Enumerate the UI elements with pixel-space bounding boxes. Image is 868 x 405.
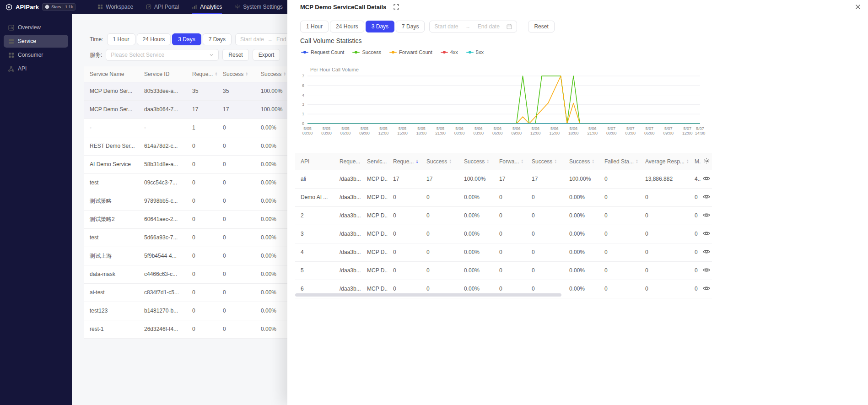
time-button-7-days[interactable]: 7 Days xyxy=(203,33,232,45)
github-stars-badge[interactable]: Stars 1.1k xyxy=(42,3,75,11)
svg-text:6: 6 xyxy=(302,83,304,88)
sort-carets-icon[interactable] xyxy=(554,159,557,164)
drawer-time-filter-row: 1 Hour24 Hours3 Days7 Days Start date En… xyxy=(300,21,555,32)
sort-carets-icon[interactable] xyxy=(686,159,689,164)
consumer-icon xyxy=(8,52,14,58)
time-button-3-days[interactable]: 3 Days xyxy=(172,33,201,45)
legend-request-count[interactable]: Request Count xyxy=(301,49,344,55)
sidebar-item-overview[interactable]: Overview xyxy=(4,21,68,34)
column-label: Service ID xyxy=(144,71,169,77)
column-header-failed-sta[interactable]: Failed Sta... xyxy=(599,153,640,170)
column-header-success[interactable]: Success xyxy=(421,153,458,170)
legend-forward-count[interactable]: Forward Count xyxy=(389,49,432,55)
column-header-reque[interactable]: Reque... xyxy=(187,66,217,82)
eye-icon[interactable] xyxy=(703,249,710,254)
table-cell: 0 xyxy=(217,247,255,265)
eye-icon[interactable] xyxy=(703,286,710,291)
close-icon[interactable] xyxy=(855,4,861,10)
horizontal-scrollbar-thumb[interactable] xyxy=(295,293,561,297)
table-cell: 0 xyxy=(388,261,421,280)
sort-carets-icon[interactable] xyxy=(415,159,418,164)
nav-item-api-portal[interactable]: API Portal xyxy=(140,0,185,14)
column-header-reque[interactable]: Reque... xyxy=(388,153,421,170)
drawer-date-range-picker[interactable]: Start date End date xyxy=(429,21,517,32)
reset-button[interactable]: Reset xyxy=(222,49,248,61)
table-cell: 0 xyxy=(494,188,526,206)
table-cell: 09cc54c3-7... xyxy=(139,173,187,192)
export-button[interactable]: Export xyxy=(253,49,280,61)
drawer-time-button-7-days[interactable]: 7 Days xyxy=(396,21,425,32)
sidebar-item-consumer[interactable]: Consumer xyxy=(4,49,68,61)
column-header-success[interactable]: Success xyxy=(564,153,599,170)
table-cell: 0 xyxy=(217,283,255,302)
column-header-success[interactable]: Success xyxy=(526,153,564,170)
sort-carets-icon[interactable] xyxy=(636,159,638,164)
caret-down-icon xyxy=(415,162,418,164)
eye-icon[interactable] xyxy=(703,231,710,236)
table-cell: 0.00% xyxy=(458,188,494,206)
eye-icon[interactable] xyxy=(703,176,710,181)
nav-item-workspace[interactable]: Workspace xyxy=(91,0,140,14)
table-cell: 测试策略2 xyxy=(84,210,139,228)
sort-carets-icon[interactable] xyxy=(245,72,248,76)
drawer-time-button-24-hours[interactable]: 24 Hours xyxy=(330,21,364,32)
column-settings[interactable] xyxy=(701,153,712,170)
legend-5xx[interactable]: 5xx xyxy=(466,49,484,55)
table-cell: /daa3b... xyxy=(334,170,361,188)
table-cell: 0.00% xyxy=(458,243,494,261)
sort-carets-icon[interactable] xyxy=(215,72,217,76)
sidebar-item-service[interactable]: Service xyxy=(4,35,68,48)
table-cell: 17 xyxy=(494,170,526,188)
nav-item-system-settings[interactable]: System Settings xyxy=(228,0,289,14)
column-header-success[interactable]: Success xyxy=(217,66,255,82)
gear-icon[interactable] xyxy=(704,158,710,164)
table-cell: 0 xyxy=(494,225,526,243)
table-cell: /daa3b... xyxy=(334,261,361,280)
table-cell: 0 xyxy=(217,137,255,155)
expand-icon[interactable] xyxy=(394,4,399,10)
table-cell: 0 xyxy=(217,210,255,228)
sort-carets-icon[interactable] xyxy=(486,159,489,164)
sort-carets-icon[interactable] xyxy=(592,159,594,164)
table-cell: 0.00% xyxy=(564,225,599,243)
time-button-24-hours[interactable]: 24 Hours xyxy=(137,33,171,45)
eye-icon[interactable] xyxy=(703,194,710,200)
github-icon xyxy=(45,5,49,9)
table-cell: 0 xyxy=(187,192,217,210)
sort-carets-icon[interactable] xyxy=(449,159,452,164)
stars-count: 1.1k xyxy=(65,5,73,9)
sidebar-item-label: Overview xyxy=(18,24,41,31)
nav-item-analytics[interactable]: Analytics xyxy=(185,0,228,14)
time-button-1-hour[interactable]: 1 Hour xyxy=(107,33,135,45)
column-label: Reque... xyxy=(340,158,360,165)
table-cell: 0 xyxy=(689,188,701,206)
drawer-time-button-3-days[interactable]: 3 Days xyxy=(366,21,394,32)
column-header-service-id: Service ID xyxy=(139,66,187,82)
api-row: 3/daa3b...MCP D...000.00%000.00%000 xyxy=(295,225,712,243)
column-header-servic: Servic... xyxy=(361,153,388,170)
table-cell: 5d66a93c-7... xyxy=(139,228,187,247)
time-range-buttons: 1 Hour24 Hours3 Days7 Days xyxy=(107,33,232,45)
legend-4xx[interactable]: 4xx xyxy=(441,49,458,55)
eye-icon[interactable] xyxy=(703,212,710,218)
legend-success[interactable]: Success xyxy=(352,49,381,55)
svg-text:5/0518:00: 5/0518:00 xyxy=(416,126,427,135)
table-cell: 0 xyxy=(640,188,689,206)
column-header-average-resp[interactable]: Average Resp... xyxy=(640,153,689,170)
drawer-time-button-1-hour[interactable]: 1 Hour xyxy=(300,21,329,32)
table-cell: 0 xyxy=(599,243,640,261)
eye-icon[interactable] xyxy=(703,267,710,273)
service-label: 服务: xyxy=(90,51,102,59)
table-cell: 0 xyxy=(217,155,255,173)
sidebar-item-label: API xyxy=(18,65,27,72)
sort-carets-icon[interactable] xyxy=(283,72,286,76)
sidebar-item-api[interactable]: API xyxy=(4,62,68,75)
sort-carets-icon[interactable] xyxy=(521,159,523,164)
table-cell: 1 xyxy=(187,119,217,137)
column-label: Success xyxy=(569,158,590,165)
column-header-success[interactable]: Success xyxy=(458,153,494,170)
drawer-reset-button[interactable]: Reset xyxy=(528,21,554,32)
column-header-forwa[interactable]: Forwa... xyxy=(494,153,526,170)
service-select[interactable]: Please Select Service xyxy=(106,49,219,61)
legend-label: 5xx xyxy=(476,49,484,55)
